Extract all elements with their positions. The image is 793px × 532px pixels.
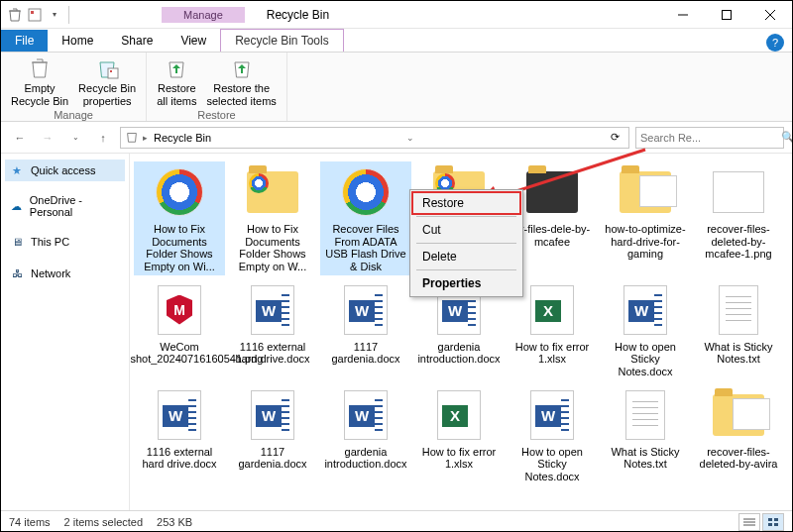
file-thumb xyxy=(334,386,397,444)
tab-recycle-bin-tools[interactable]: Recycle Bin Tools xyxy=(220,29,344,52)
file-item[interactable]: Recover Files From ADATA USB Flash Drive… xyxy=(320,161,411,275)
file-thumb xyxy=(427,386,491,444)
file-thumb xyxy=(707,163,770,221)
svg-rect-11 xyxy=(768,518,772,521)
view-details-button[interactable] xyxy=(738,513,760,531)
maximize-button[interactable] xyxy=(705,1,748,29)
nav-this-pc[interactable]: 🖥 This PC xyxy=(5,231,125,253)
tab-share[interactable]: Share xyxy=(107,30,167,52)
bin-props-icon xyxy=(91,56,123,80)
nav-forward-button[interactable]: → xyxy=(37,127,58,149)
star-icon: ★ xyxy=(9,162,25,178)
search-input[interactable] xyxy=(640,132,777,144)
refresh-button[interactable]: ⟳ xyxy=(607,131,624,144)
file-item[interactable]: 1117 gardenia.docx xyxy=(227,384,318,485)
help-button[interactable]: ? xyxy=(766,34,784,52)
empty-recycle-bin-button[interactable]: Empty Recycle Bin xyxy=(7,54,72,109)
file-item[interactable]: What is Sticky Notes.txt xyxy=(693,279,784,380)
separator xyxy=(68,6,69,24)
contextual-tab-header: Manage xyxy=(162,7,245,23)
file-item[interactable]: How to open Sticky Notes.docx xyxy=(600,279,691,380)
ctx-cut[interactable]: Cut xyxy=(412,219,520,241)
path-segment[interactable]: Recycle Bin xyxy=(152,132,213,144)
view-switcher xyxy=(738,513,784,531)
nav-back-button[interactable]: ← xyxy=(9,127,31,149)
file-thumb xyxy=(334,281,397,339)
restore-selected-button[interactable]: Restore the selected items xyxy=(203,54,281,109)
nav-onedrive[interactable]: ☁ OneDrive - Personal xyxy=(5,191,125,221)
status-item-count: 74 items xyxy=(9,516,51,528)
file-thumb xyxy=(241,281,304,339)
restore-all-button[interactable]: Restore all items xyxy=(153,54,200,109)
file-thumb xyxy=(241,386,304,444)
nav-network[interactable]: 🖧 Network xyxy=(5,263,125,284)
file-item[interactable]: 1116 external hard drive.docx xyxy=(227,279,318,380)
file-thumb xyxy=(520,386,584,444)
status-bar: 74 items 2 items selected 253 KB xyxy=(1,510,792,532)
search-icon[interactable]: 🔍 xyxy=(781,131,793,144)
file-thumb xyxy=(520,281,584,339)
file-item[interactable]: recover-files-deleted-by-mcafee-1.png xyxy=(693,161,784,275)
minimize-button[interactable] xyxy=(661,1,705,29)
address-path[interactable]: ▸ Recycle Bin ⌄ ⟳ xyxy=(120,127,629,149)
file-item[interactable]: WeCom Screenshot_20240716160541.png xyxy=(134,279,225,380)
tab-file[interactable]: File xyxy=(1,30,48,52)
nav-label: OneDrive - Personal xyxy=(30,194,121,218)
chevron-right-icon[interactable]: ▸ xyxy=(143,133,148,143)
tab-home[interactable]: Home xyxy=(48,30,107,52)
file-label: Recover Files From ADATA USB Flash Drive… xyxy=(322,223,409,273)
explorer-body: ★ Quick access ☁ OneDrive - Personal 🖥 T… xyxy=(1,154,792,510)
file-item[interactable]: 1116 external hard drive.docx xyxy=(134,384,225,485)
file-thumb xyxy=(148,281,211,339)
recycle-bin-properties-button[interactable]: Recycle Bin properties xyxy=(74,54,140,109)
svg-rect-14 xyxy=(774,523,778,526)
address-dropdown-icon[interactable]: ⌄ xyxy=(401,133,419,143)
file-item[interactable]: How to Fix Documents Folder Shows Empty … xyxy=(134,161,225,275)
file-item[interactable]: How to open Sticky Notes.docx xyxy=(507,384,598,485)
file-item[interactable]: recover-files-deleted-by-avira xyxy=(693,384,784,485)
file-label: What is Sticky Notes.txt xyxy=(602,446,689,471)
titlebar: ▾ Manage Recycle Bin xyxy=(1,1,792,29)
view-icons-button[interactable] xyxy=(762,513,784,531)
qat-dropdown-icon[interactable]: ▾ xyxy=(47,7,62,23)
file-thumb xyxy=(614,281,677,339)
file-thumb xyxy=(148,386,211,444)
properties-icon[interactable] xyxy=(27,7,43,23)
ribbon-group-restore: Restore all items Restore the selected i… xyxy=(147,53,287,121)
file-label: How to Fix Documents Folder Shows Empty … xyxy=(136,223,223,273)
file-thumb xyxy=(520,163,584,221)
file-item[interactable]: gardenia introduction.docx xyxy=(320,384,411,485)
nav-up-button[interactable]: ↑ xyxy=(92,127,114,149)
file-label: 1117 gardenia.docx xyxy=(322,341,409,366)
search-box[interactable]: 🔍 xyxy=(635,127,784,149)
file-label: 1116 external hard drive.docx xyxy=(136,446,223,471)
file-label: gardenia introduction.docx xyxy=(415,341,503,366)
svg-rect-13 xyxy=(768,523,772,526)
close-button[interactable] xyxy=(748,1,792,29)
file-thumb xyxy=(148,163,211,221)
file-item[interactable]: how-to-optimize-hard-drive-for-gaming xyxy=(600,161,691,275)
file-label: How to open Sticky Notes.docx xyxy=(509,446,596,483)
context-menu: Restore Cut Delete Properties xyxy=(409,189,523,297)
ctx-delete[interactable]: Delete xyxy=(412,246,520,267)
file-item[interactable]: How to Fix Documents Folder Shows Empty … xyxy=(227,161,318,275)
file-item[interactable]: How to fix error 1.xlsx xyxy=(413,384,505,485)
cloud-icon: ☁ xyxy=(9,198,24,214)
ctx-restore[interactable]: Restore xyxy=(412,192,520,214)
restore-sel-icon xyxy=(226,56,258,80)
navigation-pane: ★ Quick access ☁ OneDrive - Personal 🖥 T… xyxy=(1,154,130,510)
ribbon-btn-label: Restore the selected items xyxy=(207,82,277,107)
title-center: Manage Recycle Bin xyxy=(77,7,661,23)
ctx-properties[interactable]: Properties xyxy=(412,272,520,294)
file-label: How to fix error 1.xlsx xyxy=(509,341,596,366)
file-item[interactable]: What is Sticky Notes.txt xyxy=(600,384,691,485)
pc-icon: 🖥 xyxy=(9,234,25,250)
nav-recent-dropdown[interactable]: ⌄ xyxy=(64,127,86,149)
ribbon-group-label: Manage xyxy=(7,109,140,121)
file-label: How to Fix Documents Folder Shows Empty … xyxy=(229,223,316,273)
nav-quick-access[interactable]: ★ Quick access xyxy=(5,160,125,181)
tab-view[interactable]: View xyxy=(167,30,220,52)
empty-bin-icon xyxy=(24,56,56,80)
file-item[interactable]: 1117 gardenia.docx xyxy=(320,279,411,380)
svg-rect-6 xyxy=(108,68,118,78)
